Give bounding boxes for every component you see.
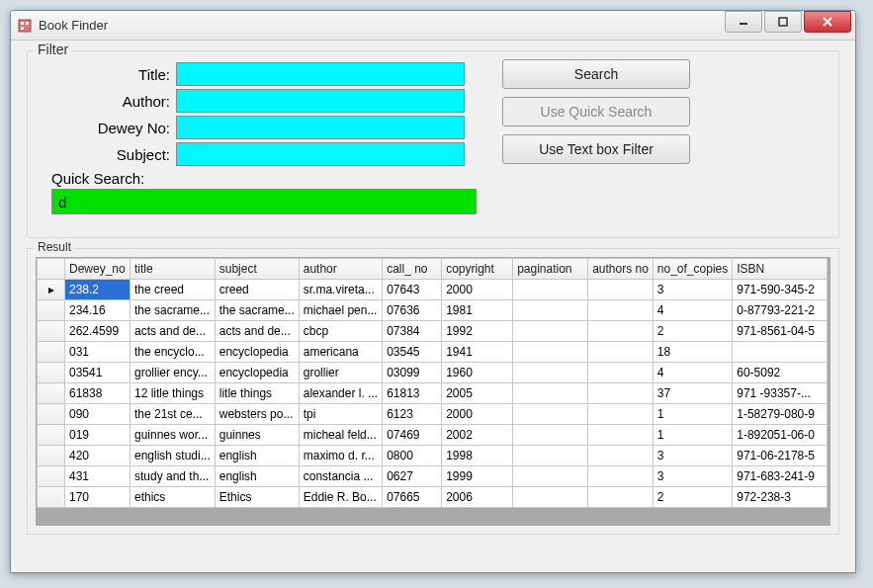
cell-subject[interactable]: encyclopedia (215, 342, 299, 363)
cell-dewey[interactable]: 090 (65, 404, 131, 425)
cell-copy[interactable]: 2000 (442, 404, 513, 425)
search-button[interactable]: Search (502, 59, 690, 89)
row-header[interactable] (38, 383, 65, 404)
cell-copy[interactable]: 2005 (442, 383, 513, 404)
cell-subject[interactable]: websters po... (215, 404, 299, 425)
cell-isbn[interactable]: 1-58279-080-9 (733, 404, 828, 425)
cell-authno[interactable] (588, 446, 654, 466)
cell-pag[interactable] (513, 487, 588, 508)
table-row[interactable]: 090the 21st ce...websters po...tpi612320… (38, 404, 828, 425)
cell-isbn[interactable]: 971-590-345-2 (733, 280, 828, 300)
cell-authno[interactable] (588, 404, 654, 425)
cell-call[interactable]: 03545 (383, 342, 442, 363)
row-header[interactable] (38, 300, 65, 321)
quicksearch-input[interactable] (51, 189, 477, 214)
cell-copies[interactable]: 4 (653, 300, 732, 321)
cell-subject[interactable]: guinnes (215, 425, 299, 446)
cell-dewey[interactable]: 234.16 (65, 300, 131, 321)
cell-copies[interactable]: 3 (653, 280, 732, 300)
cell-call[interactable]: 6123 (383, 404, 442, 425)
row-header[interactable] (38, 466, 65, 487)
col-dewey-header[interactable]: Dewey_no (65, 259, 131, 280)
row-header[interactable]: ▸ (38, 280, 65, 300)
cell-copy[interactable]: 1992 (442, 321, 513, 342)
cell-subject[interactable]: acts and de... (215, 321, 299, 342)
cell-copies[interactable]: 3 (653, 446, 732, 466)
table-row[interactable]: 262.4599acts and de...acts and de...cbcp… (38, 321, 828, 342)
cell-call[interactable]: 07469 (383, 425, 442, 446)
cell-copy[interactable]: 2002 (442, 425, 513, 446)
cell-isbn[interactable]: 971-06-2178-5 (733, 446, 828, 466)
result-grid[interactable]: Dewey_no title subject author call_ no c… (37, 258, 828, 508)
cell-authno[interactable] (588, 321, 654, 342)
cell-dewey[interactable]: 238.2 (65, 280, 131, 300)
cell-copy[interactable]: 1998 (442, 446, 513, 466)
col-authorsno-header[interactable]: authors no (588, 259, 654, 280)
cell-pag[interactable] (513, 425, 588, 446)
cell-copies[interactable]: 4 (653, 363, 732, 383)
col-pagination-header[interactable]: pagination (513, 259, 588, 280)
cell-title[interactable]: ethics (131, 487, 216, 508)
use-textbox-filter-button[interactable]: Use Text box Filter (502, 134, 690, 164)
cell-title[interactable]: guinnes wor... (131, 425, 216, 446)
cell-dewey[interactable]: 03541 (65, 363, 131, 383)
cell-copies[interactable]: 37 (653, 383, 732, 404)
cell-title[interactable]: the encyclo... (131, 342, 216, 363)
cell-title[interactable]: acts and de... (131, 321, 216, 342)
cell-copy[interactable]: 1999 (442, 466, 513, 487)
cell-author[interactable]: constancia ... (299, 466, 382, 487)
cell-isbn[interactable]: 0-87793-221-2 (733, 300, 828, 321)
table-row[interactable]: 6183812 litle thingslitle thingsalexande… (38, 383, 828, 404)
cell-author[interactable]: Eddie R. Bo... (299, 487, 382, 508)
cell-title[interactable]: the creed (131, 280, 216, 300)
col-subject-header[interactable]: subject (215, 259, 299, 280)
cell-dewey[interactable]: 170 (65, 487, 131, 508)
cell-author[interactable]: cbcp (299, 321, 382, 342)
cell-subject[interactable]: the sacrame... (215, 300, 299, 321)
col-author-header[interactable]: author (299, 259, 382, 280)
cell-subject[interactable]: creed (215, 280, 299, 300)
close-button[interactable] (804, 11, 851, 33)
row-header[interactable] (38, 446, 65, 466)
col-title-header[interactable]: title (131, 259, 216, 280)
table-row[interactable]: 431study and th...englishconstancia ...0… (38, 466, 828, 487)
col-copyright-header[interactable]: copyright (442, 259, 513, 280)
cell-isbn[interactable]: 971-683-241-9 (733, 466, 828, 487)
row-header[interactable] (38, 425, 65, 446)
cell-dewey[interactable]: 431 (65, 466, 131, 487)
cell-dewey[interactable]: 031 (65, 342, 131, 363)
cell-authno[interactable] (588, 363, 654, 383)
cell-author[interactable]: maximo d. r... (299, 446, 382, 466)
cell-copy[interactable]: 2006 (442, 487, 513, 508)
cell-authno[interactable] (588, 300, 654, 321)
cell-authno[interactable] (588, 383, 654, 404)
cell-call[interactable]: 0627 (383, 466, 442, 487)
cell-author[interactable]: alexander l. ... (299, 383, 382, 404)
cell-authno[interactable] (588, 487, 654, 508)
cell-author[interactable]: michael pen... (299, 300, 382, 321)
table-row[interactable]: 420english studi...englishmaximo d. r...… (38, 446, 828, 466)
cell-pag[interactable] (513, 280, 588, 300)
table-row[interactable]: 031the encyclo...encyclopediaamericana03… (38, 342, 828, 363)
cell-copy[interactable]: 1981 (442, 300, 513, 321)
cell-copies[interactable]: 2 (653, 487, 732, 508)
cell-copies[interactable]: 1 (653, 425, 732, 446)
cell-authno[interactable] (588, 466, 654, 487)
cell-dewey[interactable]: 262.4599 (65, 321, 131, 342)
cell-copy[interactable]: 1960 (442, 363, 513, 383)
table-row[interactable]: ▸238.2the creedcreedsr.ma.vireta...07643… (38, 280, 828, 300)
cell-title[interactable]: the 21st ce... (131, 404, 216, 425)
subject-input[interactable] (176, 142, 465, 166)
cell-title[interactable]: 12 litle things (131, 383, 216, 404)
cell-authno[interactable] (588, 280, 654, 300)
table-row[interactable]: 170ethicsEthicsEddie R. Bo...07665200629… (38, 487, 828, 508)
col-copies-header[interactable]: no_of_copies (653, 259, 732, 280)
cell-pag[interactable] (513, 300, 588, 321)
cell-subject[interactable]: english (215, 446, 299, 466)
cell-subject[interactable]: english (215, 466, 299, 487)
cell-pag[interactable] (513, 363, 588, 383)
cell-isbn[interactable]: 971 -93357-... (733, 383, 828, 404)
cell-subject[interactable]: litle things (215, 383, 299, 404)
cell-title[interactable]: grollier ency... (131, 363, 216, 383)
minimize-button[interactable] (725, 11, 762, 33)
